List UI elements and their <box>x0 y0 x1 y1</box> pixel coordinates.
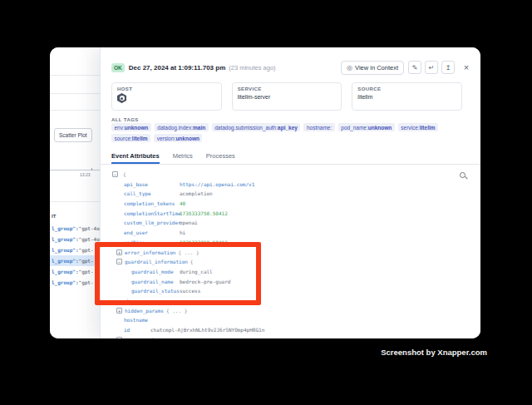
tag-value: unknown <box>125 125 149 131</box>
attribute-row[interactable]: −{ <box>111 170 456 180</box>
pencil-icon: ✎ <box>412 64 418 72</box>
group-value: "gpt-4o <box>79 225 100 231</box>
expand-icon[interactable]: + <box>116 308 122 314</box>
attribute-row: completionStartTime1735333750.50412 <box>111 209 456 219</box>
card-label: SERVICE <box>238 86 337 91</box>
group-key: l_group": <box>52 236 79 242</box>
attribute-punct: [ <box>151 337 155 338</box>
export-button[interactable]: ↥ <box>441 61 455 74</box>
group-row[interactable]: l_group":"gpt- <box>50 255 100 266</box>
tag-key: version: <box>157 136 176 141</box>
attribute-row: api_basehttps://api.openai.com/v1 <box>111 180 456 190</box>
group-row[interactable]: l_group":"gpt- <box>50 266 100 277</box>
screenshot-frame: Scatter Plot 13:23 IT l_group":"gpt-4ol_… <box>0 0 532 405</box>
attribute-punct: { ... } <box>166 308 187 314</box>
card-label: HOST <box>117 86 216 91</box>
background-page: Scatter Plot 13:23 IT l_group":"gpt-4ol_… <box>50 47 100 338</box>
axis-tick-mark <box>91 168 92 170</box>
divider <box>50 75 100 76</box>
tag-key: hostname: <box>307 125 332 131</box>
tags-list: env:unknowndatadog.index:maindatadog.sub… <box>111 123 477 142</box>
group-row[interactable]: l_group":"gpt- <box>50 244 100 255</box>
axis-tick-label: 13:23 <box>80 172 91 177</box>
group-row[interactable]: l_group":"gpt-4o <box>50 234 100 244</box>
attribute-row: hostname <box>111 315 456 325</box>
relative-time: (23 minutes ago) <box>229 64 275 72</box>
attribute-value: 40 <box>180 199 185 209</box>
tag-pill[interactable]: env:unknown <box>111 123 151 131</box>
attribute-key: api_base <box>124 181 148 187</box>
tag-key: env: <box>115 125 125 131</box>
attribute-value: hi <box>180 228 185 238</box>
edit-button[interactable]: ✎ <box>408 61 421 74</box>
source-card[interactable]: SOURCE litellm <box>352 82 462 111</box>
scatter-plot-button[interactable]: Scatter Plot <box>54 128 92 142</box>
attribute-value: 1735333750.50412 <box>180 209 228 219</box>
tag-pill[interactable]: hostname: <box>303 123 334 131</box>
tag-pill[interactable]: datadog.submission_auth:api_key <box>212 123 301 131</box>
group-key: l_group": <box>52 279 79 285</box>
collapse-icon[interactable]: − <box>116 337 122 338</box>
tag-value: unknown <box>175 136 200 141</box>
tag-pill[interactable]: version:unknown <box>154 134 202 142</box>
tab-metrics[interactable]: Metrics <box>173 149 193 164</box>
tag-pill[interactable]: source:litellm <box>111 134 150 142</box>
close-button[interactable]: × <box>461 61 472 74</box>
host-hexagon-icon <box>117 93 126 103</box>
tag-key: service: <box>401 125 419 131</box>
related-logs-button[interactable]: ↵ <box>425 61 438 74</box>
attribute-row: completion_tokens40 <box>111 199 456 209</box>
group-value: "gpt-4o <box>79 236 100 242</box>
tag-pill[interactable]: datadog.index:main <box>155 123 209 131</box>
service-value: litellm-server <box>238 94 337 100</box>
summary-cards: HOST SERVICE litellm-server SOURCE litel… <box>111 82 462 111</box>
divider <box>50 93 100 94</box>
group-row[interactable]: l_group":"gpt- <box>50 277 100 288</box>
tag-value: main <box>193 125 205 131</box>
attribute-row: idchatcmpl-AjBrxhNLht9v2J6rSNYOmp4pH8G1n <box>111 325 456 335</box>
attribute-key: id <box>124 327 130 333</box>
host-card[interactable]: HOST <box>111 82 222 111</box>
tab-bar: Event Attributes Metrics Processes <box>101 149 480 165</box>
chart-axis <box>50 170 100 170</box>
group-row-list: l_group":"gpt-4ol_group":"gpt-4ol_group"… <box>50 223 100 288</box>
view-in-context-button[interactable]: ◎ View in Context <box>341 61 404 75</box>
attribute-key: call_type <box>124 190 151 196</box>
group-value: "gpt- <box>79 269 94 274</box>
attribute-key: completionStartTime <box>124 210 181 216</box>
attribute-row: end_userhi <box>111 228 456 238</box>
group-value: "gpt- <box>79 258 94 264</box>
attribute-value: openai <box>180 218 198 228</box>
annotation-rectangle <box>95 242 261 305</box>
attribute-punct: { <box>123 171 126 177</box>
attribute-row: custom_llm_provideropenai <box>111 218 456 228</box>
tag-value: litellm <box>420 125 436 131</box>
panel-header: OK Dec 27, 2024 at 1:09:11.703 pm (23 mi… <box>111 59 472 76</box>
group-key: l_group": <box>52 225 79 231</box>
tag-key: pod_name: <box>341 125 368 131</box>
attribute-row[interactable]: −messages[ <box>111 335 456 338</box>
watermark: Screenshot by Xnapper.com <box>381 348 487 357</box>
collapse-icon[interactable]: − <box>112 171 118 177</box>
search-icon[interactable] <box>460 172 467 180</box>
tag-value: api_key <box>278 125 298 131</box>
group-value: "gpt- <box>79 279 94 285</box>
tag-pill[interactable]: pod_name:unknown <box>338 123 395 131</box>
crosshair-icon: ◎ <box>347 64 352 72</box>
service-card[interactable]: SERVICE litellm-server <box>232 82 342 111</box>
attribute-value: chatcmpl-AjBrxhNLht9v2J6rSNYOmp4pH8G1n <box>150 325 264 335</box>
tab-event-attributes[interactable]: Event Attributes <box>111 149 160 164</box>
divider <box>50 201 100 202</box>
group-key: l_group": <box>52 258 79 264</box>
attribute-key: end_user <box>124 230 148 235</box>
attribute-row[interactable]: +hidden_params{ ... } <box>111 306 456 316</box>
tab-processes[interactable]: Processes <box>206 149 235 164</box>
status-badge: OK <box>111 63 125 72</box>
card-label: SOURCE <box>357 86 456 91</box>
attribute-value: https://api.openai.com/v1 <box>180 180 254 190</box>
source-value: litellm <box>357 94 456 100</box>
tag-pill[interactable]: service:litellm <box>398 123 438 131</box>
group-value: "gpt- <box>79 247 94 253</box>
group-row[interactable]: l_group":"gpt-4o <box>50 223 100 234</box>
divider <box>50 110 100 111</box>
